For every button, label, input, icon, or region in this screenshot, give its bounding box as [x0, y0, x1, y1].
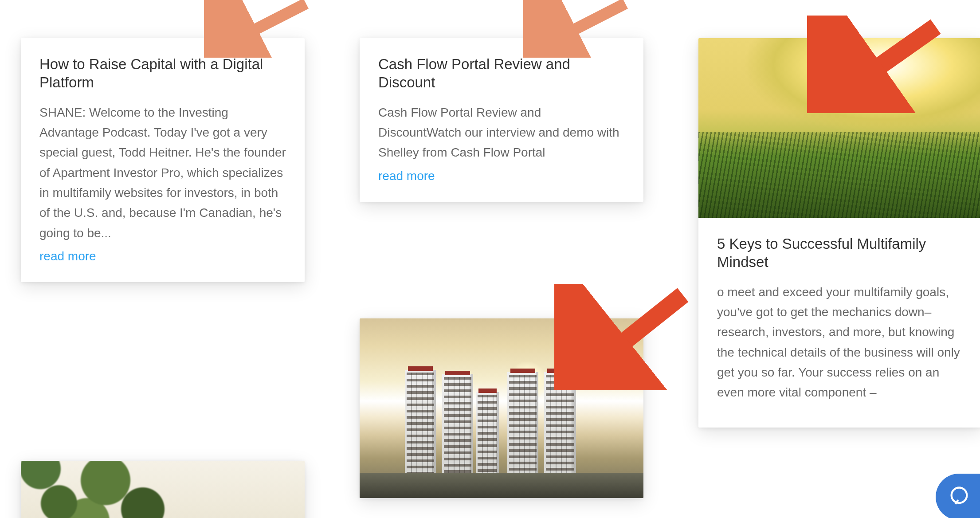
blog-card[interactable]: Cash Flow Portal Review and Discount Cas… — [360, 38, 643, 202]
card-content: Cash Flow Portal Review and Discount Cas… — [360, 38, 643, 202]
blog-card[interactable] — [21, 461, 305, 518]
card-content: 5 Keys to Successful Multifamily Mindset… — [698, 218, 980, 428]
card-excerpt: SHANE: Welcome to the Investing Advantag… — [39, 102, 286, 243]
blog-card[interactable]: How to Raise Capital with a Digital Plat… — [21, 38, 305, 282]
card-content: How to Raise Capital with a Digital Plat… — [21, 38, 305, 282]
chat-icon — [948, 485, 971, 510]
card-title[interactable]: Cash Flow Portal Review and Discount — [378, 55, 625, 92]
blog-card[interactable] — [360, 318, 643, 498]
blog-card-grid: How to Raise Capital with a Digital Plat… — [0, 0, 980, 518]
chat-widget-button[interactable] — [936, 474, 980, 518]
blog-card[interactable]: 5 Keys to Successful Multifamily Mindset… — [698, 38, 980, 428]
card-featured-image[interactable] — [698, 38, 980, 218]
card-excerpt: Cash Flow Portal Review and DiscountWatc… — [378, 102, 625, 163]
svg-point-8 — [951, 487, 967, 503]
read-more-link[interactable]: read more — [39, 249, 96, 263]
card-featured-image[interactable] — [360, 318, 643, 498]
card-title[interactable]: 5 Keys to Successful Multifamily Mindset — [717, 235, 963, 271]
read-more-link[interactable]: read more — [378, 169, 435, 183]
card-featured-image[interactable] — [21, 461, 305, 518]
card-title[interactable]: How to Raise Capital with a Digital Plat… — [39, 55, 286, 92]
card-excerpt: o meet and exceed your multifamily goals… — [717, 282, 963, 403]
